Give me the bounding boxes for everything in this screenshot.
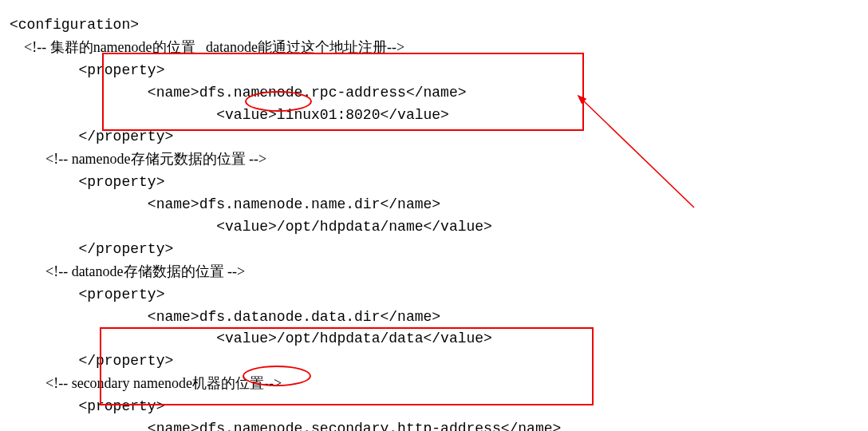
code-line: </property>: [10, 129, 173, 144]
code-block: <configuration> <!-- 集群的namenode的位置 data…: [10, 14, 858, 431]
code-line: <property>: [10, 398, 164, 414]
code-line: </property>: [10, 353, 173, 369]
comment-line: <!-- 集群的namenode的位置 datanode能通过这个地址注册-->: [10, 39, 404, 55]
comment-line: <!-- secondary namenode机器的位置-->: [10, 375, 282, 391]
code-line: <name>dfs.namenode.name.dir</name>: [10, 196, 440, 212]
code-line: <value>/opt/hdpdata/data</value>: [10, 330, 492, 346]
code-line: <configuration>: [10, 17, 139, 33]
code-line: <property>: [10, 62, 164, 78]
code-line: <property>: [10, 174, 164, 190]
code-line: <name>dfs.namenode.rpc-address</name>: [10, 85, 467, 101]
code-line: <name>dfs.datanode.data.dir</name>: [10, 309, 440, 325]
code-line: </property>: [10, 241, 173, 257]
code-line: <name>dfs.namenode.secondary.http-addres…: [10, 421, 561, 431]
code-line: <value>/opt/hdpdata/name</value>: [10, 219, 492, 235]
comment-line: <!-- datanode存储数据的位置 -->: [10, 263, 245, 279]
comment-line: <!-- namenode存储元数据的位置 -->: [10, 151, 266, 167]
code-line: <property>: [10, 287, 164, 302]
code-line: <value>linux01:8020</value>: [10, 107, 449, 123]
